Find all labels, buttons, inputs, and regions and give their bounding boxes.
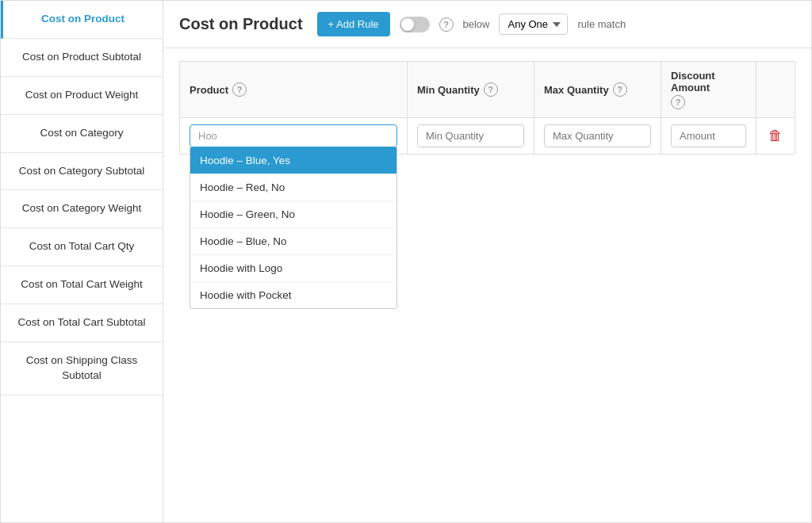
max-quantity-help-icon[interactable]: ? <box>613 82 627 97</box>
product-dropdown: Hoodie – Blue, Yes Hoodie – Red, No Hood… <box>190 147 397 309</box>
th-max-quantity: Max Quantity ? <box>534 62 661 117</box>
table-header: Product ? Min Quantity ? Max Quantity ? … <box>179 61 795 117</box>
td-min-quantity <box>408 118 534 154</box>
min-quantity-help-icon[interactable]: ? <box>484 82 498 97</box>
sidebar-item-cost-on-total-cart-subtotal[interactable]: Cost on Total Cart Subtotal <box>1 304 163 342</box>
main-header: Cost on Product + Add Rule ? below Any O… <box>163 1 811 48</box>
td-delete: 🗑 <box>756 118 795 154</box>
toggle-switch[interactable] <box>400 17 430 32</box>
sidebar-item-cost-on-shipping-class-subtotal[interactable]: Cost on Shipping Class Subtotal <box>1 342 163 395</box>
sidebar-item-cost-on-product[interactable]: Cost on Product <box>1 1 163 39</box>
th-min-quantity: Min Quantity ? <box>408 62 534 117</box>
table-area: Product ? Min Quantity ? Max Quantity ? … <box>163 48 811 167</box>
delete-icon: 🗑 <box>768 128 783 144</box>
dropdown-item-hoodie-blue-yes[interactable]: Hoodie – Blue, Yes <box>190 147 396 174</box>
td-max-quantity <box>534 118 661 154</box>
dropdown-item-hoodie-green-no[interactable]: Hoodie – Green, No <box>190 201 396 228</box>
table-row: Hoodie – Blue, Yes Hoodie – Red, No Hood… <box>179 117 795 154</box>
sidebar-item-cost-on-product-subtotal[interactable]: Cost on Product Subtotal <box>1 39 163 77</box>
dropdown-item-hoodie-with-logo[interactable]: Hoodie with Logo <box>190 255 396 282</box>
delete-row-button[interactable]: 🗑 <box>765 124 786 147</box>
max-quantity-input[interactable] <box>544 124 651 147</box>
sidebar-item-cost-on-category-weight[interactable]: Cost on Category Weight <box>1 190 163 228</box>
any-one-select[interactable]: Any One All None <box>499 13 568 35</box>
product-input[interactable] <box>190 124 397 147</box>
sidebar-item-cost-on-product-weight[interactable]: Cost on Product Weight <box>1 77 163 115</box>
th-product: Product ? <box>180 62 408 117</box>
sidebar-item-cost-on-category[interactable]: Cost on Category <box>1 115 163 153</box>
amount-input[interactable] <box>671 124 746 147</box>
th-discount-amount: Discount Amount ? <box>661 62 756 117</box>
sidebar: Cost on Product Cost on Product Subtotal… <box>1 1 163 522</box>
min-quantity-input[interactable] <box>417 124 524 147</box>
dropdown-item-hoodie-with-pocket[interactable]: Hoodie with Pocket <box>190 282 396 308</box>
td-amount <box>661 118 756 154</box>
sidebar-item-cost-on-category-subtotal[interactable]: Cost on Category Subtotal <box>1 153 163 191</box>
add-rule-button[interactable]: + Add Rule <box>317 12 390 36</box>
rule-match-text: rule match <box>577 18 626 30</box>
page-title: Cost on Product <box>179 15 303 33</box>
product-field-wrap: Hoodie – Blue, Yes Hoodie – Red, No Hood… <box>190 124 397 147</box>
th-actions <box>756 62 795 117</box>
below-text: below <box>463 18 490 30</box>
main-content: Cost on Product + Add Rule ? below Any O… <box>163 1 811 522</box>
toggle-track <box>400 17 430 32</box>
toggle-help-icon[interactable]: ? <box>439 17 454 32</box>
dropdown-item-hoodie-red-no[interactable]: Hoodie – Red, No <box>190 174 396 201</box>
dropdown-item-hoodie-blue-no[interactable]: Hoodie – Blue, No <box>190 228 396 255</box>
product-help-icon[interactable]: ? <box>232 82 247 97</box>
td-product: Hoodie – Blue, Yes Hoodie – Red, No Hood… <box>180 118 408 154</box>
discount-amount-help-icon[interactable]: ? <box>671 95 685 109</box>
toggle-thumb <box>401 18 414 31</box>
sidebar-item-cost-on-total-cart-weight[interactable]: Cost on Total Cart Weight <box>1 266 163 304</box>
sidebar-item-cost-on-total-cart-qty[interactable]: Cost on Total Cart Qty <box>1 228 163 266</box>
